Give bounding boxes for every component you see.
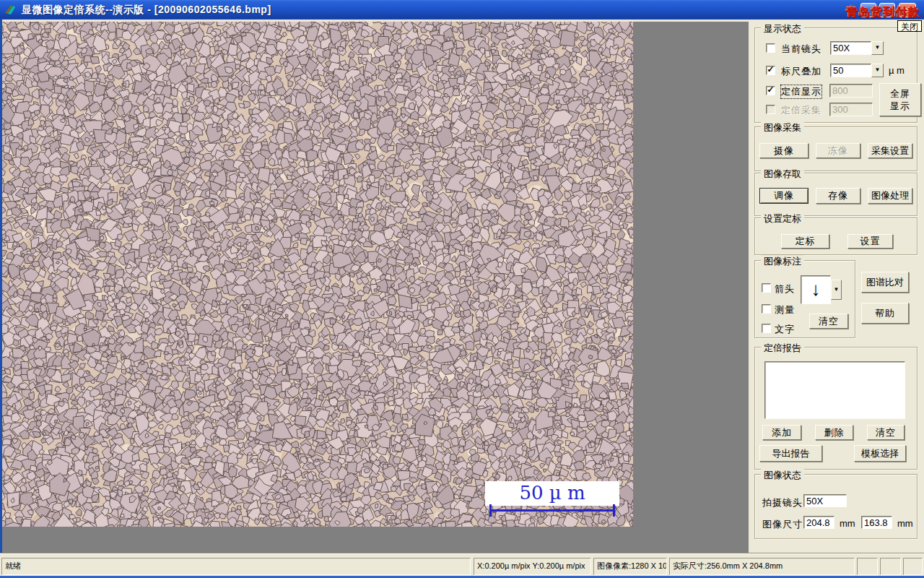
save-image-button[interactable]: 存像 [816, 188, 860, 204]
scalebar-tick-right [613, 504, 615, 517]
group-image-status: 图像状态 拍摄镜头 50X 图像尺寸 204.8 mm 163.8 mm [754, 474, 918, 539]
ruler-combo-dropdown-icon[interactable]: ▼ [871, 64, 884, 77]
group-calibration: 设置定标 定标 设置 [754, 217, 918, 255]
status-pixels: 图像像素:1280 X 1024 [593, 558, 667, 575]
annotation-clear-button[interactable]: 清空 [809, 314, 848, 329]
checkbox-ruler-overlay[interactable] [766, 66, 775, 75]
report-listbox[interactable] [764, 361, 905, 419]
group-report-title: 定倍报告 [761, 342, 804, 355]
height-unit-label: mm [897, 518, 913, 529]
image-height-field: 163.8 [861, 516, 892, 529]
app-window: 显微图像定倍系统--演示版 - [20090602055646.bmp] _ ❐… [0, 0, 924, 578]
checkbox-measure-label: 测量 [775, 303, 795, 316]
group-annotation-title: 图像标注 [761, 255, 804, 268]
scalebar-tick-left [489, 504, 492, 517]
capture-settings-button[interactable]: 采集设置 [868, 143, 912, 158]
image-process-button[interactable]: 图像处理 [868, 188, 912, 204]
fixed-capture-value: 300 [829, 103, 873, 116]
scalebar-box: 50 µ m [485, 481, 619, 506]
load-image-button[interactable]: 调像 [759, 188, 808, 204]
checkbox-ruler-overlay-label: 标尺叠加 [781, 65, 821, 78]
image-size-label: 图像尺寸 [762, 518, 803, 531]
lens-value-field: 50X [803, 494, 847, 507]
calibration-setup-button[interactable]: 设置 [847, 234, 893, 249]
close-tooltip: 关闭 [897, 20, 922, 32]
checkbox-text-label: 文字 [775, 323, 795, 336]
micrograph-viewer[interactable]: 50 µ m [2, 22, 633, 527]
ruler-combo-value[interactable]: 50 [830, 64, 871, 77]
checkbox-current-lens[interactable] [766, 43, 775, 53]
group-storage: 图像存取 调像 存像 图像处理 [754, 173, 918, 216]
group-display-status-title: 显示状态 [761, 22, 804, 35]
checkbox-fixed-display-label: 定倍显示 [781, 85, 821, 98]
control-panel: 显示状态 当前镜头 50X ▼ 标尺叠加 50 ▼ µ m 定倍显示 800 定… [749, 22, 924, 553]
freeze-button: 冻像 [816, 143, 860, 158]
group-image-status-title: 图像状态 [761, 469, 804, 482]
status-bar: 就绪 X:0.200µ m/pix Y:0.200µ m/pix 图像像素:12… [0, 553, 924, 577]
app-icon [4, 4, 17, 15]
group-report: 定倍报告 添加 删除 清空 导出报告 模板选择 [754, 347, 918, 470]
report-delete-button[interactable]: 删除 [815, 425, 853, 440]
scalebar-line [489, 509, 615, 512]
checkbox-arrow[interactable] [762, 283, 771, 293]
width-unit-label: mm [840, 518, 855, 529]
arrow-style-dropdown-icon[interactable]: ▼ [831, 280, 842, 300]
micrograph-image [2, 22, 633, 527]
scalebar-label: 50 µ m [485, 481, 619, 505]
report-clear-button[interactable]: 清空 [867, 425, 905, 440]
status-ready: 就绪 [1, 558, 471, 575]
group-annotation: 图像标注 箭头 测量 文字 ↓ ▼ 清空 [754, 260, 855, 338]
group-capture: 图像采集 摄像 冻像 采集设置 [754, 126, 918, 171]
arrow-style-combo[interactable]: ↓ [801, 275, 831, 304]
checkbox-measure[interactable] [762, 304, 771, 314]
lens-combo-value[interactable]: 50X [830, 41, 871, 55]
calibrate-button[interactable]: 定标 [781, 234, 829, 249]
status-actual-size: 实际尺寸:256.0mm X 204.8mm [669, 558, 855, 575]
status-scale: X:0.200µ m/pix Y:0.200µ m/pix [474, 558, 591, 575]
template-select-button[interactable]: 模板选择 [854, 445, 906, 462]
lens-label: 拍摄镜头 [762, 496, 803, 509]
checkbox-fixed-capture-label: 定倍采集 [781, 104, 821, 117]
checkbox-text[interactable] [762, 324, 771, 333]
fixed-display-value: 800 [829, 84, 873, 98]
checkbox-current-lens-label: 当前镜头 [781, 43, 821, 56]
shoot-button[interactable]: 摄像 [759, 143, 808, 158]
atlas-compare-button[interactable]: 图谱比对 [861, 272, 909, 293]
checkbox-fixed-display[interactable] [766, 86, 775, 95]
status-empty-3 [903, 558, 923, 575]
help-button[interactable]: 帮助 [861, 303, 909, 324]
group-calibration-title: 设置定标 [761, 212, 804, 225]
client-area: 50 µ m [2, 22, 749, 553]
ad-watermark-text: 青岛货到付款 [846, 5, 920, 20]
window-title: 显微图像定倍系统--演示版 - [20090602055646.bmp] [22, 4, 271, 17]
export-report-button[interactable]: 导出报告 [759, 445, 822, 462]
image-width-field: 204.8 [803, 516, 834, 529]
report-add-button[interactable]: 添加 [762, 425, 801, 440]
fullscreen-button[interactable]: 全屏显示 [879, 83, 921, 116]
checkbox-fixed-capture [766, 105, 775, 114]
lens-combo-dropdown-icon[interactable]: ▼ [871, 41, 884, 55]
checkbox-arrow-label: 箭头 [775, 282, 795, 296]
group-storage-title: 图像存取 [761, 168, 804, 181]
group-capture-title: 图像采集 [761, 121, 804, 134]
status-empty-1 [857, 558, 878, 575]
status-empty-2 [880, 558, 901, 575]
group-display-status: 显示状态 当前镜头 50X ▼ 标尺叠加 50 ▼ µ m 定倍显示 800 定… [754, 27, 918, 123]
title-bar: 显微图像定倍系统--演示版 - [20090602055646.bmp] _ ❐… [0, 0, 924, 20]
ruler-unit-label: µ m [889, 65, 905, 76]
